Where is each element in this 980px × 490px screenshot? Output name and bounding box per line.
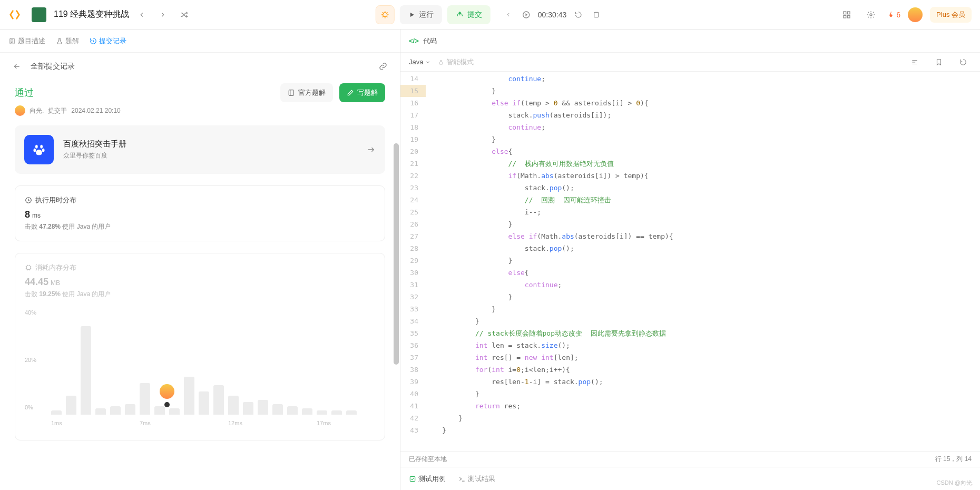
back-button[interactable] — [8, 58, 25, 75]
code-line[interactable]: 40 } — [400, 388, 980, 400]
tab-testresults[interactable]: 测试结果 — [458, 474, 495, 484]
code-line[interactable]: 16 else if(temp > 0 && asteroids[i] > 0)… — [400, 97, 980, 109]
code-line[interactable]: 20 else{ — [400, 145, 980, 158]
code-line[interactable]: 33 } — [400, 303, 980, 315]
code-editor[interactable]: 14 continue;15 }16 else if(temp > 0 && a… — [400, 72, 980, 451]
chart-bar[interactable] — [243, 402, 253, 415]
tab-description[interactable]: 题目描述 — [8, 36, 45, 46]
chart-bar[interactable] — [317, 410, 327, 415]
next-problem-button[interactable] — [154, 6, 171, 23]
code-line[interactable]: 36 int len = stack.size(); — [400, 339, 980, 351]
format-button[interactable] — [906, 54, 923, 71]
code-line[interactable]: 27 else if(Math.abs(asteroids[i]) == tem… — [400, 230, 980, 242]
code-line[interactable]: 28 stack.pop(); — [400, 242, 980, 254]
tab-submissions[interactable]: 提交记录 — [90, 36, 126, 46]
timer-reset-button[interactable] — [570, 6, 586, 23]
code-line[interactable]: 37 int res[] = new int[len]; — [400, 351, 980, 364]
code-line[interactable]: 23 stack.pop(); — [400, 182, 980, 194]
check-box-icon — [409, 475, 416, 483]
chart-bar[interactable] — [81, 326, 91, 415]
run-button[interactable]: 运行 — [400, 5, 442, 24]
code-line[interactable]: 41 return res; — [400, 400, 980, 412]
official-solution-button[interactable]: 官方题解 — [280, 83, 333, 102]
layout-button[interactable] — [838, 6, 855, 23]
streak-indicator[interactable]: 6 — [887, 11, 900, 19]
top-bar: 119 经典题变种挑战 运行 提交 00:30:43 6 Plus 会员 — [0, 0, 980, 30]
site-logo[interactable] — [8, 8, 21, 21]
chart-bar[interactable] — [199, 391, 209, 415]
chart-bar[interactable] — [302, 408, 312, 415]
code-line[interactable]: 30 else{ — [400, 267, 980, 279]
code-line[interactable]: 14 continue; — [400, 73, 980, 85]
chart-bar[interactable] — [51, 410, 62, 415]
timer-group: 00:30:43 — [500, 6, 605, 23]
chart-bar[interactable] — [213, 385, 224, 415]
chart-bar[interactable] — [125, 404, 135, 415]
timer-play-icon[interactable] — [518, 6, 535, 23]
author-avatar[interactable] — [15, 105, 25, 116]
chip-icon — [25, 264, 32, 271]
watermark: CSDN @向光. — [937, 479, 974, 487]
chart-bar[interactable] — [110, 406, 121, 415]
scrollbar[interactable] — [394, 143, 399, 365]
user-avatar[interactable] — [908, 7, 923, 22]
write-solution-button[interactable]: 写题解 — [339, 83, 385, 102]
chart-bar[interactable] — [184, 377, 194, 415]
shuffle-button[interactable] — [175, 6, 192, 23]
prev-problem-button[interactable] — [133, 6, 150, 23]
code-line[interactable]: 38 for(int i=0;i<len;i++){ — [400, 364, 980, 376]
language-select[interactable]: Java — [409, 58, 430, 66]
bookmark-button[interactable] — [930, 54, 947, 71]
run-label: 运行 — [419, 10, 434, 19]
svg-point-11 — [34, 149, 36, 152]
chart-bar[interactable] — [272, 404, 283, 415]
code-line[interactable]: 39 res[len-1-i] = stack.pop(); — [400, 376, 980, 388]
chart-bar[interactable] — [154, 406, 165, 415]
code-line[interactable]: 21 // 栈内有效可用数据绝对无负值 — [400, 158, 980, 170]
settings-button[interactable] — [863, 6, 879, 23]
chart-bar[interactable] — [95, 408, 106, 415]
tab-solution[interactable]: 题解 — [56, 36, 79, 46]
reset-code-button[interactable] — [955, 54, 972, 71]
smart-mode[interactable]: 智能模式 — [438, 57, 474, 67]
svg-point-7 — [870, 14, 872, 16]
code-line[interactable]: 31 continue; — [400, 279, 980, 291]
code-line[interactable]: 24 // 回溯 因可能连环撞击 — [400, 194, 980, 206]
chart-bar[interactable] — [258, 400, 268, 415]
debug-button[interactable] — [376, 5, 395, 24]
chart-bar[interactable] — [346, 410, 357, 415]
plus-badge[interactable]: Plus 会员 — [930, 7, 972, 23]
submit-button[interactable]: 提交 — [447, 5, 491, 24]
code-line[interactable]: 34 } — [400, 315, 980, 327]
code-line[interactable]: 19 } — [400, 133, 980, 145]
edit-icon — [347, 89, 354, 96]
tab-testcases[interactable]: 测试用例 — [409, 474, 446, 484]
promo-card[interactable]: 百度秋招突击手册 众里寻你签百度 — [15, 125, 385, 174]
code-line[interactable]: 35 // stack长度会随着pop动态改变 因此需要先拿到静态数据 — [400, 327, 980, 339]
problem-list-icon[interactable] — [32, 7, 46, 22]
code-line[interactable]: 29 } — [400, 254, 980, 267]
notes-button[interactable] — [587, 6, 604, 23]
code-line[interactable]: 32 } — [400, 291, 980, 303]
code-panel-title: 代码 — [423, 36, 437, 46]
timer-prev-button[interactable] — [500, 6, 517, 23]
code-line[interactable]: 26 } — [400, 218, 980, 230]
code-line[interactable]: 18 continue; — [400, 121, 980, 133]
runtime-card: 执行用时分布 8ms 击败 47.28% 使用 Java 的用户 — [15, 185, 385, 241]
chart-bar[interactable] — [140, 383, 150, 415]
chart-bar[interactable] — [228, 396, 239, 415]
chart-bar[interactable] — [169, 408, 180, 415]
code-line[interactable]: 22 if(Math.abs(asteroids[i]) > temp){ — [400, 170, 980, 182]
code-line[interactable]: 17 stack.push(asteroids[i]); — [400, 109, 980, 121]
promo-icon — [24, 135, 54, 164]
code-line[interactable]: 25 i--; — [400, 206, 980, 218]
code-line[interactable]: 43 } — [400, 424, 980, 436]
code-line[interactable]: 15 } — [400, 85, 980, 97]
chart-bar[interactable] — [331, 410, 342, 415]
link-icon[interactable] — [375, 58, 391, 75]
code-line[interactable]: 42 } — [400, 412, 980, 424]
chart-bar[interactable] — [287, 406, 298, 415]
chart-bar[interactable] — [66, 396, 76, 415]
svg-point-12 — [42, 149, 45, 152]
svg-rect-3 — [844, 12, 846, 14]
